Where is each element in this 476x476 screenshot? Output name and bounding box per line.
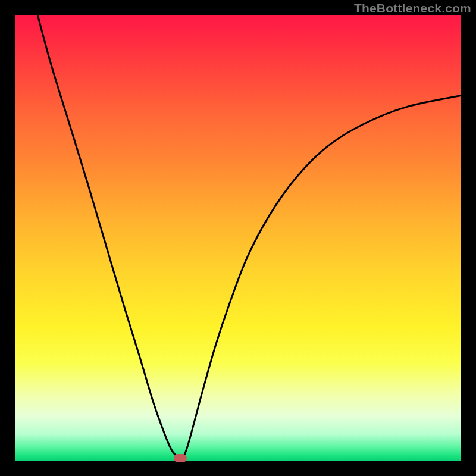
chart-frame [15,15,461,461]
watermark-text: TheBottleneck.com [354,1,471,15]
chart-svg [15,15,461,461]
bottleneck-curve [37,15,461,458]
match-point-marker [174,454,187,462]
